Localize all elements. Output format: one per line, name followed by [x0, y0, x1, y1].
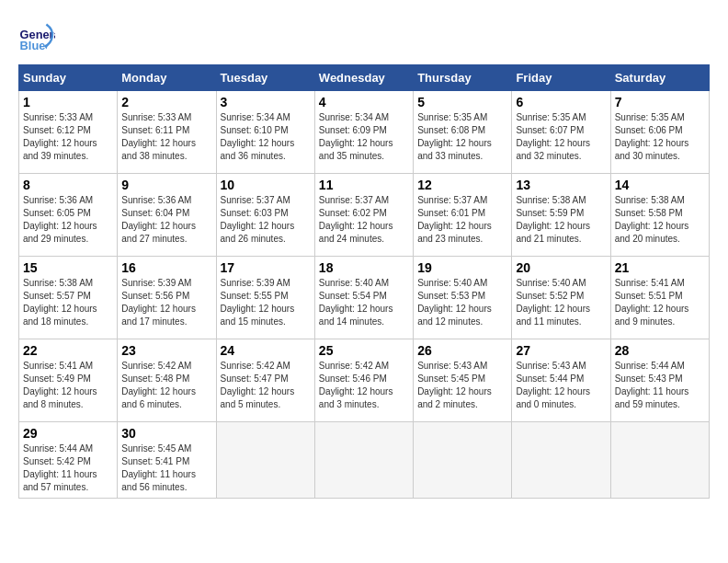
calendar-cell: 20 Sunrise: 5:40 AMSunset: 5:52 PMDaylig…: [512, 257, 610, 339]
day-info: Sunrise: 5:42 AMSunset: 5:48 PMDaylight:…: [121, 361, 196, 409]
calendar-cell: 3 Sunrise: 5:34 AMSunset: 6:10 PMDayligh…: [216, 91, 314, 174]
day-info: Sunrise: 5:37 AMSunset: 6:02 PMDaylight:…: [319, 195, 393, 244]
day-number: 17: [221, 260, 311, 275]
calendar-cell: [610, 422, 709, 499]
day-info: Sunrise: 5:33 AMSunset: 6:12 PMDaylight:…: [23, 112, 97, 161]
day-info: Sunrise: 5:40 AMSunset: 5:52 PMDaylight:…: [516, 278, 590, 327]
day-info: Sunrise: 5:42 AMSunset: 5:46 PMDaylight:…: [319, 361, 393, 409]
calendar-cell: 15 Sunrise: 5:38 AMSunset: 5:57 PMDaylig…: [19, 257, 118, 339]
calendar-cell: 2 Sunrise: 5:33 AMSunset: 6:11 PMDayligh…: [118, 91, 216, 174]
col-header-saturday: Saturday: [610, 65, 709, 91]
col-header-monday: Monday: [118, 65, 216, 91]
calendar-cell: 25 Sunrise: 5:42 AMSunset: 5:46 PMDaylig…: [314, 339, 413, 422]
day-info: Sunrise: 5:42 AMSunset: 5:47 PMDaylight:…: [221, 361, 295, 409]
day-info: Sunrise: 5:36 AMSunset: 6:04 PMDaylight:…: [121, 195, 196, 244]
day-info: Sunrise: 5:45 AMSunset: 5:41 PMDaylight:…: [121, 443, 196, 492]
day-info: Sunrise: 5:44 AMSunset: 5:43 PMDaylight:…: [615, 361, 689, 409]
page-header: General Blue: [18, 18, 710, 55]
calendar-cell: 21 Sunrise: 5:41 AMSunset: 5:51 PMDaylig…: [610, 257, 709, 339]
day-info: Sunrise: 5:36 AMSunset: 6:05 PMDaylight:…: [23, 195, 97, 244]
calendar-week-5: 29 Sunrise: 5:44 AMSunset: 5:42 PMDaylig…: [19, 422, 710, 499]
day-number: 13: [516, 178, 606, 192]
day-number: 20: [516, 260, 606, 275]
calendar-week-3: 15 Sunrise: 5:38 AMSunset: 5:57 PMDaylig…: [19, 257, 710, 339]
logo: General Blue: [18, 18, 60, 55]
day-number: 9: [121, 178, 211, 192]
day-info: Sunrise: 5:35 AMSunset: 6:08 PMDaylight:…: [417, 112, 492, 161]
calendar-cell: [512, 422, 610, 499]
day-info: Sunrise: 5:43 AMSunset: 5:44 PMDaylight:…: [516, 361, 590, 409]
day-number: 30: [121, 426, 211, 441]
day-number: 26: [417, 343, 507, 358]
day-info: Sunrise: 5:35 AMSunset: 6:07 PMDaylight:…: [516, 112, 590, 161]
day-info: Sunrise: 5:38 AMSunset: 5:59 PMDaylight:…: [516, 195, 590, 244]
day-info: Sunrise: 5:34 AMSunset: 6:09 PMDaylight:…: [319, 112, 393, 161]
col-header-tuesday: Tuesday: [216, 65, 314, 91]
day-number: 27: [516, 343, 606, 358]
day-number: 3: [221, 95, 311, 109]
calendar-week-4: 22 Sunrise: 5:41 AMSunset: 5:49 PMDaylig…: [19, 339, 710, 422]
calendar-cell: 11 Sunrise: 5:37 AMSunset: 6:02 PMDaylig…: [314, 174, 413, 257]
calendar-cell: 24 Sunrise: 5:42 AMSunset: 5:47 PMDaylig…: [216, 339, 314, 422]
logo-icon: General Blue: [18, 18, 55, 55]
day-info: Sunrise: 5:35 AMSunset: 6:06 PMDaylight:…: [615, 112, 689, 161]
calendar-cell: [216, 422, 314, 499]
day-number: 25: [319, 343, 409, 358]
calendar-cell: 4 Sunrise: 5:34 AMSunset: 6:09 PMDayligh…: [314, 91, 413, 174]
day-number: 19: [417, 260, 507, 275]
calendar-cell: 12 Sunrise: 5:37 AMSunset: 6:01 PMDaylig…: [414, 174, 512, 257]
day-info: Sunrise: 5:39 AMSunset: 5:55 PMDaylight:…: [221, 278, 295, 327]
calendar-cell: 27 Sunrise: 5:43 AMSunset: 5:44 PMDaylig…: [512, 339, 610, 422]
day-info: Sunrise: 5:33 AMSunset: 6:11 PMDaylight:…: [121, 112, 196, 161]
calendar-cell: 23 Sunrise: 5:42 AMSunset: 5:48 PMDaylig…: [118, 339, 216, 422]
day-info: Sunrise: 5:44 AMSunset: 5:42 PMDaylight:…: [23, 443, 97, 492]
day-number: 21: [615, 260, 705, 275]
calendar-week-1: 1 Sunrise: 5:33 AMSunset: 6:12 PMDayligh…: [19, 91, 710, 174]
calendar-cell: 19 Sunrise: 5:40 AMSunset: 5:53 PMDaylig…: [414, 257, 512, 339]
day-number: 22: [23, 343, 113, 358]
calendar-cell: 1 Sunrise: 5:33 AMSunset: 6:12 PMDayligh…: [19, 91, 118, 174]
col-header-thursday: Thursday: [414, 65, 512, 91]
day-info: Sunrise: 5:41 AMSunset: 5:49 PMDaylight:…: [23, 361, 97, 409]
calendar-cell: 30 Sunrise: 5:45 AMSunset: 5:41 PMDaylig…: [118, 422, 216, 499]
day-number: 16: [121, 260, 211, 275]
calendar-table: SundayMondayTuesdayWednesdayThursdayFrid…: [18, 64, 710, 499]
calendar-cell: 8 Sunrise: 5:36 AMSunset: 6:05 PMDayligh…: [19, 174, 118, 257]
day-info: Sunrise: 5:40 AMSunset: 5:53 PMDaylight:…: [417, 278, 492, 327]
day-number: 6: [516, 95, 606, 109]
day-info: Sunrise: 5:40 AMSunset: 5:54 PMDaylight:…: [319, 278, 393, 327]
day-info: Sunrise: 5:37 AMSunset: 6:01 PMDaylight:…: [417, 195, 492, 244]
calendar-cell: 29 Sunrise: 5:44 AMSunset: 5:42 PMDaylig…: [19, 422, 118, 499]
day-number: 11: [319, 178, 409, 192]
calendar-cell: 28 Sunrise: 5:44 AMSunset: 5:43 PMDaylig…: [610, 339, 709, 422]
calendar-cell: 9 Sunrise: 5:36 AMSunset: 6:04 PMDayligh…: [118, 174, 216, 257]
calendar-cell: [314, 422, 413, 499]
day-info: Sunrise: 5:41 AMSunset: 5:51 PMDaylight:…: [615, 278, 689, 327]
calendar-cell: 17 Sunrise: 5:39 AMSunset: 5:55 PMDaylig…: [216, 257, 314, 339]
col-header-wednesday: Wednesday: [314, 65, 413, 91]
day-number: 1: [23, 95, 113, 109]
calendar-cell: 10 Sunrise: 5:37 AMSunset: 6:03 PMDaylig…: [216, 174, 314, 257]
day-number: 5: [417, 95, 507, 109]
day-number: 14: [615, 178, 705, 192]
calendar-cell: 13 Sunrise: 5:38 AMSunset: 5:59 PMDaylig…: [512, 174, 610, 257]
calendar-week-2: 8 Sunrise: 5:36 AMSunset: 6:05 PMDayligh…: [19, 174, 710, 257]
day-info: Sunrise: 5:34 AMSunset: 6:10 PMDaylight:…: [221, 112, 295, 161]
day-number: 4: [319, 95, 409, 109]
svg-text:Blue: Blue: [20, 39, 46, 52]
day-number: 12: [417, 178, 507, 192]
day-number: 28: [615, 343, 705, 358]
day-info: Sunrise: 5:39 AMSunset: 5:56 PMDaylight:…: [121, 278, 196, 327]
calendar-cell: 18 Sunrise: 5:40 AMSunset: 5:54 PMDaylig…: [314, 257, 413, 339]
calendar-cell: 5 Sunrise: 5:35 AMSunset: 6:08 PMDayligh…: [414, 91, 512, 174]
day-info: Sunrise: 5:38 AMSunset: 5:57 PMDaylight:…: [23, 278, 97, 327]
calendar-cell: 22 Sunrise: 5:41 AMSunset: 5:49 PMDaylig…: [19, 339, 118, 422]
calendar-cell: 16 Sunrise: 5:39 AMSunset: 5:56 PMDaylig…: [118, 257, 216, 339]
col-header-friday: Friday: [512, 65, 610, 91]
day-number: 23: [121, 343, 211, 358]
day-number: 18: [319, 260, 409, 275]
day-number: 15: [23, 260, 113, 275]
calendar-cell: 26 Sunrise: 5:43 AMSunset: 5:45 PMDaylig…: [414, 339, 512, 422]
calendar-cell: [414, 422, 512, 499]
day-info: Sunrise: 5:38 AMSunset: 5:58 PMDaylight:…: [615, 195, 689, 244]
